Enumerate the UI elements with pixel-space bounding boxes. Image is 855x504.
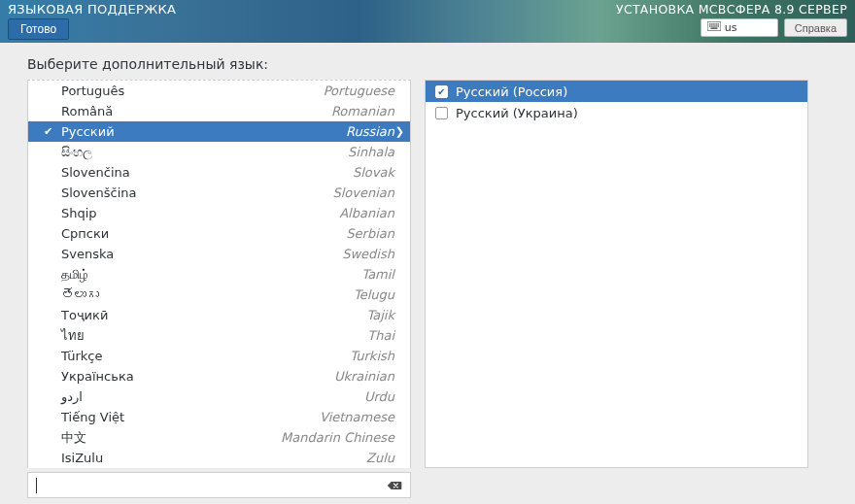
svg-rect-8 (713, 25, 714, 26)
language-row[interactable]: සිංහලSinhala (28, 142, 410, 162)
language-row[interactable]: ✔РусскийRussian❯ (28, 121, 410, 142)
keyboard-layout-label: us (725, 21, 737, 34)
help-button[interactable]: Справка (784, 18, 847, 37)
clear-search-icon[interactable] (387, 480, 402, 491)
language-row[interactable]: ТоҷикӣTajik (28, 305, 410, 325)
language-row[interactable]: ShqipAlbanian (28, 203, 410, 223)
text-caret (36, 478, 37, 493)
language-english-name: Thai (85, 328, 400, 343)
language-row[interactable]: SlovenčinaSlovak (28, 162, 410, 183)
language-native-name: Türkçe (61, 349, 102, 363)
language-english-name: Serbian (109, 226, 400, 241)
language-english-name: Urdu (83, 389, 400, 404)
locale-list[interactable]: ✔Русский (Россия)Русский (Украина) (425, 80, 808, 468)
svg-rect-10 (717, 25, 718, 26)
language-row[interactable]: தமிழ்Tamil (28, 264, 410, 285)
language-english-name: Slovenian (137, 185, 401, 200)
language-row[interactable]: TürkçeTurkish (28, 346, 410, 366)
svg-rect-4 (715, 23, 716, 24)
svg-rect-5 (717, 23, 718, 24)
language-english-name: Ukrainian (134, 369, 400, 384)
svg-rect-2 (711, 23, 712, 24)
language-english-name: Tajik (108, 308, 400, 322)
language-native-name: Tiếng Việt (61, 410, 124, 424)
language-row[interactable]: 中文Mandarin Chinese (28, 427, 410, 448)
language-native-name: Тоҷикӣ (61, 308, 108, 322)
language-english-name: Telugu (99, 287, 400, 302)
keyboard-indicator[interactable]: us (701, 18, 778, 37)
chevron-right-icon: ❯ (395, 125, 404, 138)
svg-rect-11 (710, 27, 717, 28)
svg-rect-1 (709, 23, 710, 24)
product-label: УСТАНОВКА МСВСФЕРА 8.9 СЕРВЕР (616, 2, 847, 17)
language-english-name: Mandarin Chinese (86, 430, 400, 445)
locale-checkbox[interactable] (435, 107, 448, 119)
done-button[interactable]: Готово (8, 18, 69, 40)
language-english-name: Sinhala (92, 145, 400, 159)
language-row[interactable]: ไทยThai (28, 325, 410, 346)
language-native-name: తెలుగు (61, 287, 99, 302)
svg-rect-6 (709, 25, 710, 26)
language-list[interactable]: PortuguêsPortugueseRomânăRomanian✔Русски… (27, 80, 411, 468)
language-row[interactable]: PortuguêsPortuguese (28, 81, 410, 101)
language-row[interactable]: తెలుగుTelugu (28, 285, 410, 305)
language-row[interactable]: SvenskaSwedish (28, 244, 410, 264)
language-native-name: සිංහල (61, 145, 92, 160)
language-row[interactable]: IsiZuluZulu (28, 448, 410, 468)
language-native-name: Română (61, 104, 113, 118)
language-native-name: 中文 (61, 429, 86, 447)
language-native-name: Svenska (61, 247, 114, 261)
locale-row[interactable]: ✔Русский (Россия) (426, 81, 807, 102)
language-english-name: Russian (115, 124, 400, 139)
language-native-name: Slovenčina (61, 165, 130, 180)
language-row[interactable]: SlovenščinaSlovenian (28, 183, 410, 203)
language-row[interactable]: RomânăRomanian (28, 101, 410, 121)
locale-label: Русский (Россия) (456, 84, 567, 99)
language-native-name: Português (61, 84, 124, 98)
language-english-name: Vietnamese (124, 410, 400, 424)
content-area: Выберите дополнительный язык: PortuguêsP… (0, 43, 855, 504)
language-native-name: Slovenščina (61, 185, 137, 200)
language-row[interactable]: УкраїнськаUkrainian (28, 366, 410, 386)
locale-checkbox[interactable]: ✔ (435, 85, 448, 98)
language-row[interactable]: СрпскиSerbian (28, 223, 410, 244)
language-english-name: Swedish (114, 247, 400, 261)
locale-row[interactable]: Русский (Украина) (426, 102, 807, 123)
language-row[interactable]: Tiếng ViệtVietnamese (28, 407, 410, 427)
language-native-name: ไทย (61, 325, 85, 346)
language-english-name: Zulu (103, 451, 400, 465)
language-search-input[interactable] (36, 478, 387, 492)
header-right: УСТАНОВКА МСВСФЕРА 8.9 СЕРВЕР us Справка (616, 2, 847, 37)
instruction-label: Выберите дополнительный язык: (27, 56, 828, 72)
svg-rect-9 (715, 25, 716, 26)
language-native-name: தமிழ் (61, 267, 88, 283)
language-english-name: Turkish (102, 349, 400, 363)
language-native-name: Русский (61, 124, 115, 139)
svg-rect-3 (713, 23, 714, 24)
svg-rect-7 (711, 25, 712, 26)
keyboard-icon (707, 21, 721, 34)
language-english-name: Tamil (88, 267, 400, 282)
language-native-name: Українська (61, 369, 134, 384)
language-native-name: IsiZulu (61, 451, 103, 465)
language-search-wrap[interactable] (27, 472, 411, 498)
language-english-name: Slovak (130, 165, 400, 180)
language-row[interactable]: اردوUrdu (28, 386, 410, 407)
check-icon: ✔ (44, 125, 61, 138)
header-bar: ЯЗЫКОВАЯ ПОДДЕРЖКА Готово УСТАНОВКА МСВС… (0, 0, 855, 43)
language-english-name: Romanian (113, 104, 400, 118)
language-native-name: Shqip (61, 206, 97, 220)
language-native-name: Српски (61, 226, 109, 241)
locale-label: Русский (Украина) (456, 106, 578, 120)
language-english-name: Portuguese (124, 84, 400, 98)
language-english-name: Albanian (97, 206, 400, 220)
language-native-name: اردو (61, 389, 83, 404)
